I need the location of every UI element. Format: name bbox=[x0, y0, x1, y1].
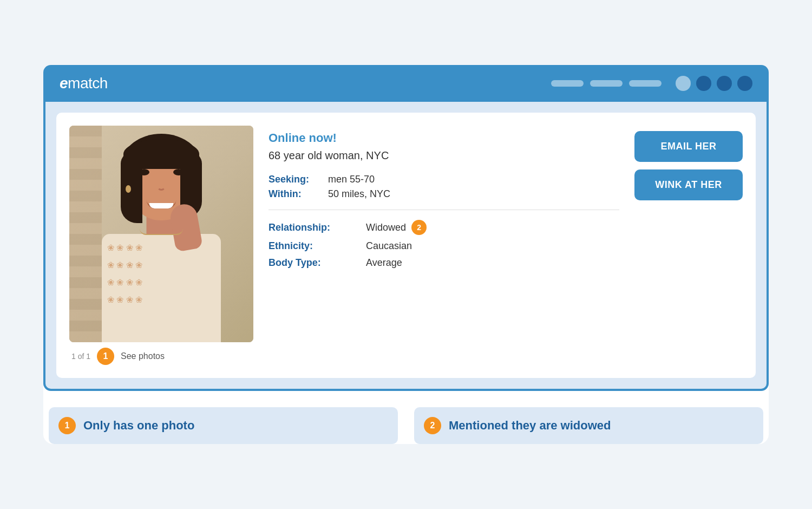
browser-window: ematch bbox=[43, 65, 769, 444]
email-her-button[interactable]: EMAIL HER bbox=[634, 131, 743, 162]
within-row: Within: 50 miles, NYC bbox=[269, 188, 619, 200]
within-value: 50 miles, NYC bbox=[328, 188, 390, 200]
bg-pattern-left bbox=[69, 126, 102, 342]
online-status: Online now! bbox=[269, 131, 619, 145]
seeking-label: Seeking: bbox=[269, 174, 317, 185]
photo-section: ❀ ❀ ❀ ❀❀ ❀ ❀ ❀❀ ❀ ❀ ❀❀ ❀ ❀ ❀ bbox=[69, 126, 253, 365]
nav-dot-2[interactable] bbox=[696, 76, 711, 91]
callout-1: 1 Only has one photo bbox=[49, 407, 398, 444]
teeth bbox=[149, 203, 174, 208]
callouts-section: 1 Only has one photo 2 Mentioned they ar… bbox=[43, 407, 769, 444]
person-body: ❀ ❀ ❀ ❀❀ ❀ ❀ ❀❀ ❀ ❀ ❀❀ ❀ ❀ ❀ bbox=[102, 234, 221, 342]
within-label: Within: bbox=[269, 188, 317, 200]
body-type-row: Body Type: Average bbox=[269, 257, 619, 269]
browser-controls bbox=[551, 76, 752, 91]
wink-at-her-button[interactable]: WINK AT HER bbox=[634, 169, 743, 200]
photo-background: ❀ ❀ ❀ ❀❀ ❀ ❀ ❀❀ ❀ ❀ ❀❀ ❀ ❀ ❀ bbox=[69, 126, 253, 342]
body-type-value: Average bbox=[366, 257, 402, 269]
earring-left bbox=[126, 185, 131, 193]
section-divider bbox=[269, 210, 619, 210]
action-section: EMAIL HER WINK AT HER bbox=[634, 126, 743, 200]
see-photos-link[interactable]: See photos bbox=[121, 351, 165, 361]
callout-2: 2 Mentioned they are widowed bbox=[414, 407, 763, 444]
relationship-badge: 2 bbox=[411, 220, 427, 235]
profile-photo: ❀ ❀ ❀ ❀❀ ❀ ❀ ❀❀ ❀ ❀ ❀❀ ❀ ❀ ❀ bbox=[69, 126, 253, 342]
ethnicity-row: Ethnicity: Caucasian bbox=[269, 240, 619, 252]
body-type-label: Body Type: bbox=[269, 257, 355, 269]
callout-2-text: Mentioned they are widowed bbox=[449, 419, 611, 433]
browser-body: ❀ ❀ ❀ ❀❀ ❀ ❀ ❀❀ ❀ ❀ ❀❀ ❀ ❀ ❀ bbox=[43, 102, 769, 391]
callout-1-text: Only has one photo bbox=[83, 419, 194, 433]
photo-count: 1 of 1 bbox=[71, 352, 90, 361]
logo-e: e bbox=[60, 75, 68, 92]
nose bbox=[157, 181, 166, 191]
logo-text: match bbox=[68, 75, 108, 92]
nav-dot-4[interactable] bbox=[737, 76, 752, 91]
seeking-value: men 55-70 bbox=[328, 174, 375, 185]
relationship-text: Widowed bbox=[366, 222, 406, 233]
photo-footer: 1 of 1 1 See photos bbox=[69, 348, 253, 365]
relationship-row: Relationship: Widowed 2 bbox=[269, 220, 619, 235]
seeking-row: Seeking: men 55-70 bbox=[269, 174, 619, 185]
profile-card: ❀ ❀ ❀ ❀❀ ❀ ❀ ❀❀ ❀ ❀ ❀❀ ❀ ❀ ❀ bbox=[56, 113, 756, 378]
callout-1-badge: 1 bbox=[58, 417, 76, 434]
callout-2-badge: 2 bbox=[424, 417, 441, 434]
photo-badge: 1 bbox=[97, 348, 114, 365]
ethnicity-label: Ethnicity: bbox=[269, 240, 355, 252]
relationship-value: Widowed 2 bbox=[366, 220, 427, 235]
necklace bbox=[140, 229, 183, 235]
tab-pill-3 bbox=[629, 80, 662, 87]
tab-bar bbox=[551, 80, 662, 87]
tab-pill-1 bbox=[551, 80, 584, 87]
profile-info: Online now! 68 year old woman, NYC Seeki… bbox=[269, 126, 619, 274]
browser-header: ematch bbox=[43, 65, 769, 102]
tab-pill-2 bbox=[590, 80, 623, 87]
floral-pattern: ❀ ❀ ❀ ❀❀ ❀ ❀ ❀❀ ❀ ❀ ❀❀ ❀ ❀ ❀ bbox=[107, 239, 142, 309]
nav-dot-3[interactable] bbox=[717, 76, 732, 91]
age-location: 68 year old woman, NYC bbox=[269, 149, 619, 162]
hair-left bbox=[121, 153, 142, 223]
ethnicity-value: Caucasian bbox=[366, 240, 412, 252]
relationship-label: Relationship: bbox=[269, 222, 355, 233]
nav-dot-1[interactable] bbox=[676, 76, 691, 91]
logo: ematch bbox=[60, 75, 108, 92]
